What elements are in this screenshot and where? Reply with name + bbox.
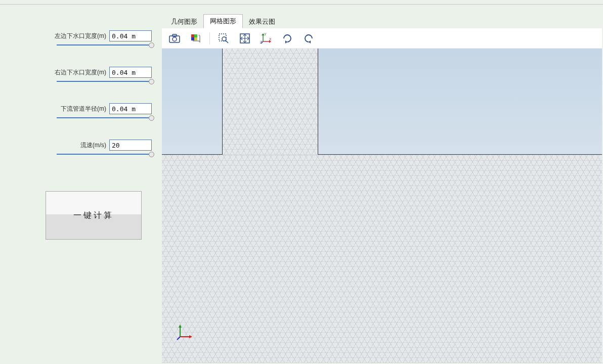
- param-label: 流速(m/s): [80, 141, 106, 150]
- svg-marker-19: [285, 40, 287, 43]
- axis-triad-icon: [176, 324, 193, 341]
- mesh-viewport[interactable]: [162, 49, 602, 363]
- camera-icon[interactable]: [167, 31, 182, 46]
- top-divider: [0, 4, 603, 5]
- axis-orient-icon[interactable]: YXZ: [259, 31, 274, 46]
- calculate-button[interactable]: 一键计算: [46, 191, 142, 240]
- main-area: 几何图形 网格图形 效果云图 YXZ: [162, 15, 602, 363]
- left-width-slider[interactable]: [10, 42, 152, 53]
- mesh-notch: [223, 49, 318, 155]
- svg-line-25: [177, 337, 180, 340]
- zoom-box-icon[interactable]: [216, 31, 231, 46]
- velocity-slider[interactable]: [10, 152, 152, 162]
- svg-line-9: [226, 40, 228, 43]
- svg-rect-5: [191, 37, 194, 40]
- svg-text:Y: Y: [264, 32, 267, 36]
- solid-block-left: [162, 49, 223, 155]
- velocity-input[interactable]: [109, 140, 152, 151]
- param-label: 左边下水口宽度(m): [55, 32, 106, 40]
- rotate-right-icon[interactable]: [280, 31, 295, 46]
- right-width-input[interactable]: [109, 67, 152, 78]
- solid-block-right: [318, 49, 602, 155]
- left-width-input[interactable]: [109, 30, 152, 41]
- transparency-icon[interactable]: [188, 31, 203, 46]
- pipe-radius-input[interactable]: [109, 103, 152, 114]
- svg-marker-20: [309, 40, 311, 43]
- toolbar-separator: [209, 32, 210, 44]
- svg-point-2: [173, 37, 177, 41]
- rotate-left-icon[interactable]: [301, 31, 316, 46]
- svg-rect-4: [194, 34, 197, 37]
- svg-rect-3: [191, 34, 194, 37]
- svg-text:X: X: [269, 37, 272, 41]
- svg-marker-24: [189, 335, 192, 338]
- mesh-pattern: [223, 49, 318, 155]
- param-label: 下流管道半径(m): [61, 105, 106, 113]
- param-row-left-width: 左边下水口宽度(m): [10, 30, 152, 41]
- svg-text:Z: Z: [260, 40, 263, 44]
- tab-mesh[interactable]: 网格图形: [203, 14, 243, 28]
- right-width-slider[interactable]: [10, 79, 152, 89]
- mesh-region: [162, 155, 602, 363]
- mesh-pattern: [162, 155, 602, 363]
- pipe-radius-slider[interactable]: [10, 115, 152, 125]
- param-label: 右边下水口宽度(m): [55, 68, 106, 77]
- view-tabs: 几何图形 网格图形 效果云图: [162, 15, 602, 28]
- tab-contour[interactable]: 效果云图: [243, 15, 281, 28]
- svg-marker-22: [179, 325, 182, 328]
- svg-rect-6: [194, 37, 197, 40]
- viewer-toolbar: YXZ: [162, 28, 602, 49]
- parameter-panel: 左边下水口宽度(m) 右边下水口宽度(m) 下流管道半径(m) 流速(m/s) …: [0, 15, 162, 240]
- param-row-velocity: 流速(m/s): [10, 140, 152, 151]
- fit-screen-icon[interactable]: [237, 31, 252, 46]
- svg-point-8: [222, 37, 226, 41]
- param-row-pipe-radius: 下流管道半径(m): [10, 103, 152, 114]
- tab-geometry[interactable]: 几何图形: [165, 15, 203, 28]
- svg-rect-1: [173, 34, 177, 36]
- param-row-right-width: 右边下水口宽度(m): [10, 67, 152, 78]
